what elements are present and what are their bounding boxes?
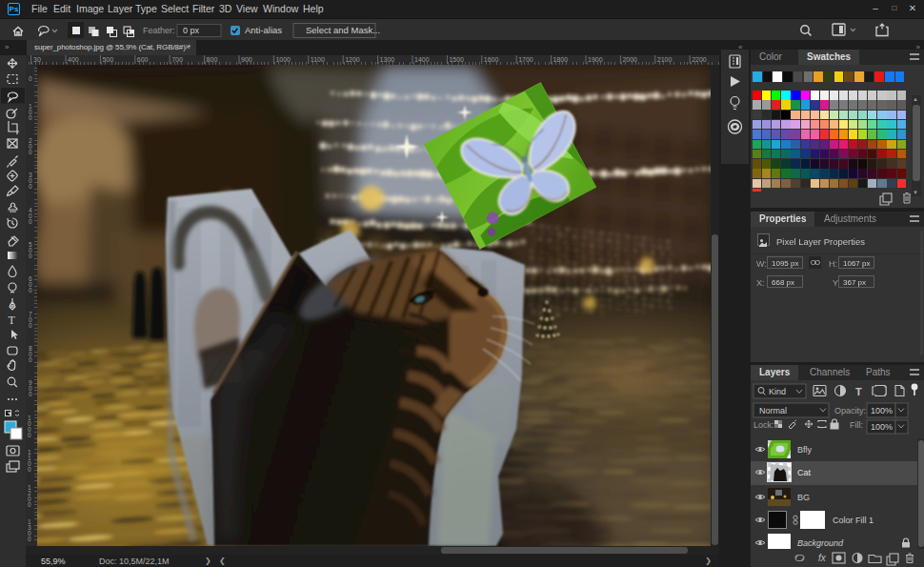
svg-text:1400: 1400: [414, 56, 430, 63]
svg-text:2000: 2000: [622, 56, 637, 63]
svg-text:1600: 1600: [484, 56, 499, 63]
svg-text:Fill:: Fill:: [850, 420, 863, 430]
svg-text:1200: 1200: [345, 56, 360, 63]
svg-text:100%: 100%: [871, 422, 893, 432]
svg-text:Normal: Normal: [759, 406, 787, 415]
svg-text:600: 600: [137, 56, 149, 63]
svg-text:0: 0: [29, 218, 32, 225]
svg-text:0: 0: [28, 432, 31, 438]
svg-text:1100: 1100: [311, 56, 325, 63]
svg-text:100%: 100%: [871, 406, 893, 415]
svg-text:fx: fx: [818, 553, 827, 563]
svg-text:2100: 2100: [657, 56, 673, 63]
svg-text:1500: 1500: [449, 56, 464, 63]
svg-text:0: 0: [29, 183, 32, 190]
svg-text:Kind: Kind: [769, 387, 786, 396]
svg-text:Feather:: Feather:: [143, 26, 175, 35]
svg-text:0: 0: [29, 149, 32, 155]
svg-text:0: 0: [29, 322, 32, 329]
svg-text:Opacity:: Opacity:: [834, 406, 866, 415]
svg-text:800: 800: [207, 56, 218, 63]
svg-text:500: 500: [102, 56, 113, 63]
svg-text:0: 0: [28, 466, 31, 473]
svg-text:0: 0: [29, 114, 32, 121]
svg-text:Lock:: Lock:: [753, 420, 774, 430]
svg-text:1300: 1300: [380, 56, 395, 63]
svg-text:T: T: [9, 314, 16, 327]
svg-text:1700: 1700: [518, 56, 533, 63]
svg-text:30: 30: [33, 56, 41, 63]
svg-text:2200: 2200: [692, 56, 707, 63]
svg-text:Select and Mask...: Select and Mask...: [306, 25, 380, 35]
svg-text:0 px: 0 px: [183, 26, 200, 35]
svg-text:1800: 1800: [553, 56, 569, 63]
svg-text:T: T: [855, 386, 862, 397]
svg-text:0: 0: [29, 75, 32, 82]
svg-text:0: 0: [28, 501, 31, 508]
svg-text:0: 0: [29, 391, 32, 397]
svg-text:400: 400: [68, 56, 79, 63]
svg-text:0: 0: [29, 253, 32, 259]
svg-text:700: 700: [171, 56, 183, 63]
svg-text:900: 900: [241, 56, 252, 63]
svg-text:0: 0: [29, 356, 32, 363]
svg-text:0: 0: [29, 287, 32, 294]
svg-text:1900: 1900: [588, 56, 603, 63]
svg-text:1000: 1000: [275, 56, 291, 63]
svg-text:0: 0: [28, 536, 31, 542]
svg-text:Anti-alias: Anti-alias: [245, 25, 282, 35]
